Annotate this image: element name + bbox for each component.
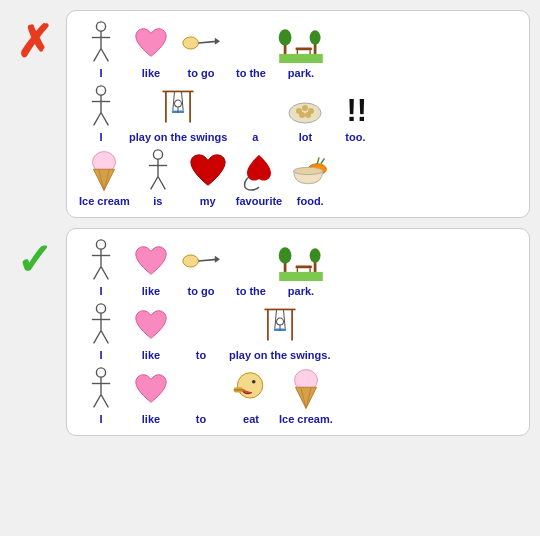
c-symbol-eat-1: eat bbox=[229, 367, 273, 425]
symbol-togo-1: to go bbox=[179, 21, 223, 79]
c-heart-icon-1 bbox=[129, 239, 173, 283]
svg-point-54 bbox=[183, 255, 199, 267]
c-word-like-2: like bbox=[142, 349, 160, 361]
word-lot-1: lot bbox=[299, 131, 312, 143]
svg-line-6 bbox=[198, 41, 216, 43]
svg-line-68 bbox=[94, 331, 101, 344]
symbol-is-1: is bbox=[136, 149, 180, 207]
svg-point-64 bbox=[310, 248, 321, 263]
c-eating-icon-1 bbox=[229, 367, 273, 411]
svg-line-3 bbox=[94, 49, 101, 62]
svg-point-83 bbox=[237, 373, 262, 398]
svg-rect-9 bbox=[296, 48, 312, 51]
sentence-row-3: Ice cream is bbox=[79, 149, 517, 207]
word-i-1: I bbox=[99, 67, 102, 79]
c-symbol-park-1: park. bbox=[279, 239, 323, 297]
c-word-i-3: I bbox=[99, 413, 102, 425]
c-symbol-to-3: to bbox=[179, 367, 223, 425]
svg-point-27 bbox=[175, 100, 182, 107]
c-symbol-swings-2: play on the swings. bbox=[229, 303, 330, 361]
svg-line-81 bbox=[94, 395, 101, 408]
symbol-lot-1: lot bbox=[283, 85, 327, 143]
c-heart-icon-2 bbox=[129, 303, 173, 347]
wrong-section: ✗ I bbox=[10, 10, 530, 218]
c-word-togo-1: to go bbox=[188, 285, 215, 297]
lot-icon-1 bbox=[283, 85, 327, 129]
svg-point-65 bbox=[96, 304, 105, 313]
word-park-1: park. bbox=[288, 67, 314, 79]
c-word-icecream-2: Ice cream. bbox=[279, 413, 333, 425]
word-icecream-1: Ice cream bbox=[79, 195, 130, 207]
c-symbol-i-3: I bbox=[79, 367, 123, 425]
c-word-to-3: to bbox=[196, 413, 206, 425]
c-word-like-3: like bbox=[142, 413, 160, 425]
c-word-i-2: I bbox=[99, 349, 102, 361]
svg-line-44 bbox=[158, 177, 165, 190]
svg-line-53 bbox=[101, 267, 108, 280]
wrong-marker: ✗ bbox=[10, 10, 58, 64]
symbol-swings-1: play on the swings bbox=[129, 85, 227, 143]
c-word-like-1: like bbox=[142, 285, 160, 297]
sentence-row-2: I bbox=[79, 85, 517, 143]
word-like-1: like bbox=[142, 67, 160, 79]
c-symbol-togo-1: to go bbox=[179, 239, 223, 297]
correct-section: ✓ I bbox=[10, 228, 530, 436]
hand-icon-1 bbox=[179, 21, 223, 65]
c-symbol-i-2: I bbox=[79, 303, 123, 361]
park-icon-1 bbox=[279, 21, 323, 65]
svg-line-4 bbox=[101, 49, 108, 62]
word-is-1: is bbox=[153, 195, 162, 207]
c-word-swings-2: play on the swings. bbox=[229, 349, 330, 361]
svg-point-5 bbox=[183, 37, 199, 49]
svg-point-15 bbox=[310, 30, 321, 45]
c-symbol-like-2: like bbox=[129, 303, 173, 361]
c-symbol-like-3: like bbox=[129, 367, 173, 425]
word-i-2: I bbox=[99, 131, 102, 143]
c-word-to-2: to bbox=[196, 349, 206, 361]
svg-line-25 bbox=[182, 91, 184, 110]
svg-line-82 bbox=[101, 395, 108, 408]
c-park-icon-1 bbox=[279, 239, 323, 283]
c-symbol-to-2: to bbox=[179, 303, 223, 361]
svg-point-78 bbox=[96, 368, 105, 377]
svg-marker-56 bbox=[215, 256, 220, 263]
svg-text:!!: !! bbox=[347, 93, 368, 128]
c-hand-icon-1 bbox=[179, 239, 223, 283]
favourite-icon-1 bbox=[237, 149, 281, 193]
svg-point-31 bbox=[302, 105, 308, 111]
bigheart-icon-1 bbox=[186, 149, 230, 193]
svg-point-84 bbox=[252, 380, 256, 384]
svg-rect-57 bbox=[279, 272, 323, 281]
word-too-1: too. bbox=[345, 131, 365, 143]
svg-line-47 bbox=[318, 157, 320, 163]
svg-line-46 bbox=[321, 158, 325, 163]
svg-point-40 bbox=[153, 150, 162, 159]
x-icon: ✗ bbox=[16, 20, 53, 64]
c-symbol-icecream-2: Ice cream. bbox=[279, 367, 333, 425]
svg-rect-58 bbox=[296, 266, 312, 269]
c-spacer-3 bbox=[179, 367, 223, 411]
svg-marker-7 bbox=[215, 38, 220, 45]
svg-line-69 bbox=[101, 331, 108, 344]
svg-point-49 bbox=[96, 240, 105, 249]
correct-marker: ✓ bbox=[10, 228, 58, 282]
c-person-icon-3 bbox=[79, 367, 123, 411]
person-icon-1 bbox=[79, 21, 123, 65]
symbol-a-1: a bbox=[233, 85, 277, 143]
c-word-park-1: park. bbox=[288, 285, 314, 297]
word-food-1: food. bbox=[297, 195, 324, 207]
svg-line-74 bbox=[283, 309, 285, 328]
c-person-icon-2 bbox=[79, 303, 123, 347]
correct-card: I like to go bbox=[66, 228, 530, 436]
symbol-food-1: food. bbox=[288, 149, 332, 207]
correct-sentence-row-2: I like to bbox=[79, 303, 517, 361]
svg-point-0 bbox=[96, 22, 105, 31]
c-word-i-1: I bbox=[99, 285, 102, 297]
word-favourite-1: favourite bbox=[236, 195, 282, 207]
correct-sentence-row-1: I like to go bbox=[79, 239, 517, 297]
spacer-1 bbox=[229, 21, 273, 65]
svg-point-16 bbox=[96, 86, 105, 95]
check-icon: ✓ bbox=[16, 238, 53, 282]
word-a-1: a bbox=[252, 131, 258, 143]
svg-line-52 bbox=[94, 267, 101, 280]
